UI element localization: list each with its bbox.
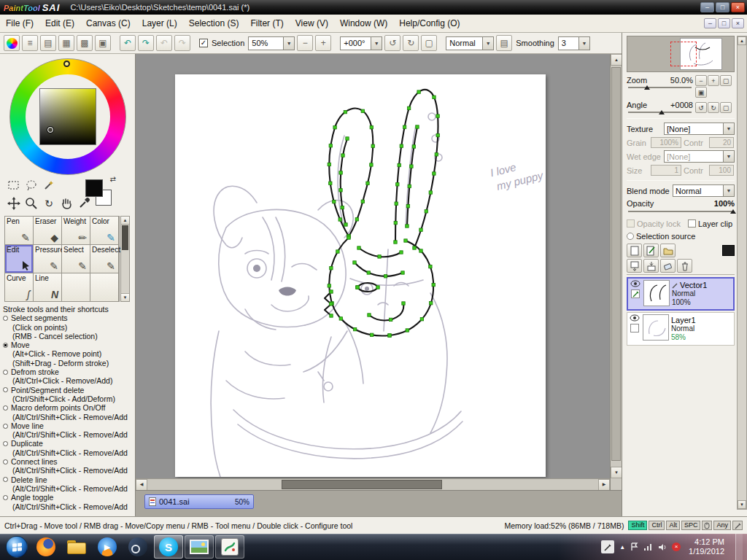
new-layer-set-button[interactable] — [660, 244, 676, 257]
visibility-eye-icon[interactable] — [630, 280, 640, 287]
nav-zoom-in-button[interactable]: + — [708, 75, 719, 86]
swap-colors-icon[interactable]: ⇄ — [110, 175, 116, 183]
radio-icon[interactable] — [3, 424, 8, 429]
lasso-tool[interactable] — [23, 177, 39, 193]
title-bar[interactable]: PaintTool SAI C:\Users\Eiko\Desktop\Sket… — [0, 0, 747, 15]
grain-value-box[interactable]: 100% — [651, 137, 681, 148]
radio-icon[interactable] — [3, 343, 8, 348]
stroke-option-deform-stroke[interactable]: Defrom stroke (Alt/Ctrl+Click - Remove/A… — [3, 368, 133, 386]
minimize-button[interactable]: – — [700, 2, 714, 12]
opacity-lock-option[interactable]: Opacity lock — [627, 219, 681, 228]
start-button[interactable] — [6, 536, 28, 558]
radio-icon[interactable] — [3, 495, 8, 500]
angle-slider-marker[interactable] — [659, 110, 665, 114]
panel-toggle-2-button[interactable]: ▤ — [40, 35, 56, 51]
radio-icon[interactable] — [3, 387, 8, 392]
foreground-color-swatch[interactable] — [85, 179, 103, 197]
nav-rotate-cw-button[interactable]: ↻ — [708, 102, 719, 113]
zoom-in-button[interactable]: + — [315, 35, 331, 51]
navigator-view-rect[interactable] — [670, 42, 697, 66]
zoom-tool[interactable] — [23, 195, 39, 211]
hue-marker[interactable] — [63, 61, 70, 67]
scroll-thumb[interactable] — [122, 225, 128, 250]
vector-control-points[interactable] — [328, 90, 439, 337]
transfer-down-button[interactable] — [627, 259, 642, 273]
panel-toggle-4-button[interactable]: ▩ — [77, 35, 93, 51]
tray-expand-icon[interactable]: ▲ — [619, 544, 625, 551]
taskbar-clock[interactable]: 4:12 PM 1/19/2012 — [689, 537, 724, 556]
paint-mode-arrow-icon[interactable]: ▼ — [482, 37, 493, 50]
menu-filter[interactable]: Filter (T) — [244, 15, 289, 31]
color-wheel[interactable] — [9, 58, 126, 175]
mdi-close-button[interactable]: × — [732, 18, 744, 28]
rotate-ccw-button[interactable]: ↺ — [384, 35, 400, 51]
angle-slider[interactable] — [627, 109, 693, 115]
mdi-restore-button[interactable]: □ — [718, 18, 730, 28]
radio-icon[interactable] — [3, 459, 8, 464]
taskbar-button-photo-viewer[interactable] — [185, 535, 214, 559]
layer-item-vector1[interactable]: Vector1 Normal 100% — [627, 277, 735, 311]
menu-window[interactable]: Window (W) — [334, 15, 393, 31]
alert-tray-icon[interactable]: × — [672, 542, 681, 551]
menu-file[interactable]: File (F) — [0, 15, 39, 31]
layer-clip-checkbox[interactable] — [688, 219, 696, 228]
vertical-scroll-thumb[interactable] — [611, 67, 621, 461]
stroke-option-select-segments[interactable]: Select segments (Click on points) (RMB -… — [3, 314, 133, 341]
opacity-slider[interactable] — [627, 209, 735, 214]
canvas-viewport[interactable]: I love my puppy — [136, 54, 610, 478]
angle-combo-arrow-icon[interactable]: ▼ — [371, 37, 382, 50]
document-tab[interactable]: 0041.sai 50% — [144, 494, 254, 509]
zoom-combo[interactable]: 50% ▼ — [248, 36, 295, 50]
stroke-option-macro-deform[interactable]: Macro deform points On/Off (Alt/Ctrl/Shi… — [3, 403, 133, 421]
texture-select[interactable]: [None] ▼ — [664, 122, 735, 135]
stroke-option-move[interactable]: Move (Alt+Click - Remove point) (Shift+D… — [3, 341, 133, 368]
volume-icon[interactable] — [658, 543, 667, 551]
close-button[interactable]: × — [731, 2, 745, 12]
tool-pressure[interactable]: Pressure✎ — [34, 245, 61, 273]
layer-clip-option[interactable]: Layer clip — [688, 219, 732, 228]
menu-view[interactable]: View (V) — [290, 15, 334, 31]
move-tool[interactable] — [6, 195, 22, 211]
radio-icon[interactable] — [3, 441, 8, 446]
blend-mode-arrow-icon[interactable]: ▼ — [723, 185, 734, 196]
canvas-horizontal-scrollbar[interactable]: ◀ ▶ — [136, 478, 610, 490]
tool-eraser[interactable]: Eraser◆ — [34, 217, 61, 244]
history-forward-button[interactable]: ↷ — [174, 35, 190, 51]
mdi-minimize-button[interactable]: – — [704, 18, 716, 28]
delete-layer-button[interactable] — [677, 259, 692, 273]
taskbar-button-steam[interactable] — [123, 535, 152, 559]
canvas-vertical-scrollbar[interactable]: ▲ ▼ — [610, 54, 622, 478]
tool-curve[interactable]: Curveʃ — [5, 273, 33, 301]
merge-down-button[interactable] — [643, 259, 659, 273]
reset-view-button[interactable]: ▢ — [421, 35, 437, 51]
selection-source-radio[interactable] — [627, 233, 634, 240]
menu-layer[interactable]: Layer (L) — [136, 15, 183, 31]
panel-toggle-1-button[interactable]: ≡ — [22, 35, 38, 51]
visibility-eye-icon[interactable] — [630, 314, 640, 322]
zoom-slider-marker[interactable] — [644, 85, 650, 90]
scroll-down-icon[interactable]: ▼ — [611, 467, 622, 478]
tool-select[interactable]: Select✎ — [62, 245, 90, 273]
wet-edge-arrow-icon[interactable]: ▼ — [723, 151, 734, 162]
selection-checkbox[interactable]: ✓ — [199, 39, 208, 47]
color-wheel-toggle-button[interactable] — [4, 35, 20, 51]
radio-icon[interactable] — [3, 405, 8, 411]
nav-rotate-ccw-button[interactable]: ↺ — [695, 102, 707, 113]
stroke-option-move-line[interactable]: Move line (Alt/Ctrl/Shift+Click - Remove… — [3, 421, 133, 440]
contr-value-box[interactable]: 20 — [709, 137, 734, 148]
rotate-canvas-tool[interactable]: ↻ — [41, 195, 57, 211]
taskbar-button-media-player[interactable]: ▶ — [93, 535, 122, 559]
nav-zoom-out-button[interactable]: − — [695, 75, 707, 86]
texture-arrow-icon[interactable]: ▼ — [723, 123, 734, 134]
scroll-up-icon[interactable]: ▲ — [611, 54, 622, 66]
scroll-right-icon[interactable]: ▶ — [598, 479, 610, 491]
panel-toggle-5-button[interactable]: ▣ — [95, 35, 111, 51]
stroke-option-delete-line[interactable]: Delete line (Alt/Ctrl/Shift+Click - Remo… — [3, 475, 133, 494]
radio-icon[interactable] — [3, 477, 8, 482]
clear-layer-button[interactable] — [660, 259, 676, 273]
edit-target-icon[interactable] — [631, 289, 640, 298]
angle-combo[interactable]: +000° ▼ — [340, 36, 382, 50]
magic-wand-tool[interactable] — [41, 177, 57, 193]
mode-extra-button[interactable]: ▤ — [496, 35, 512, 51]
scroll-up-icon[interactable]: ▲ — [738, 36, 746, 45]
